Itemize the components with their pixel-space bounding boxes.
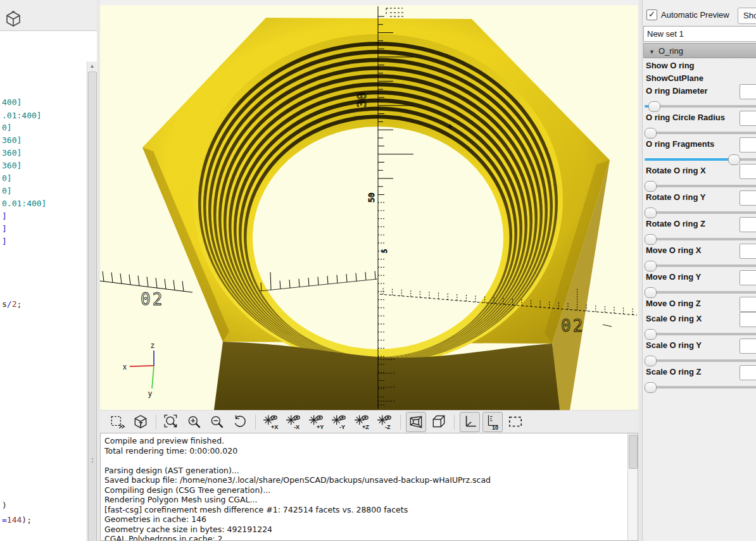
param-label: Scale O ring Y xyxy=(646,340,702,350)
code-line: 0.01:400] xyxy=(2,197,46,209)
cube-icon[interactable] xyxy=(5,10,22,30)
view-left-icon[interactable]: -X xyxy=(284,412,304,432)
code-line: ] xyxy=(2,223,7,235)
svg-text:-X: -X xyxy=(294,424,300,430)
console-output: Compile and preview finished. Total rend… xyxy=(104,436,626,541)
editor-splitter[interactable] xyxy=(97,0,100,541)
param-slider[interactable] xyxy=(645,180,756,191)
code-line: .01:400] xyxy=(2,109,42,121)
param-value-input[interactable] xyxy=(740,312,756,327)
param-label: Rotate O ring Y xyxy=(646,192,705,202)
param-label: Scale O ring Z xyxy=(646,367,701,376)
view-right-icon[interactable]: +X xyxy=(261,412,281,432)
view-front-icon[interactable]: -Y xyxy=(329,412,350,432)
view-back-icon[interactable]: +Y xyxy=(306,412,327,432)
viewport-toolbar: +X -X +Y -Y +Z -Z10 xyxy=(100,410,638,433)
code-line: 360] xyxy=(2,159,22,171)
param-value-input[interactable] xyxy=(740,297,756,312)
param-label: Show O ring xyxy=(646,61,695,70)
editor-scrollbar[interactable]: ▲ xyxy=(87,61,97,541)
orthogonal-icon[interactable] xyxy=(429,412,449,432)
code-line: 360] xyxy=(2,134,22,146)
param-slider[interactable] xyxy=(645,355,756,366)
zoom-out-icon[interactable] xyxy=(207,412,227,432)
slider-handle[interactable] xyxy=(645,181,657,192)
slider-handle[interactable] xyxy=(645,261,657,271)
param-value-input[interactable] xyxy=(740,84,756,99)
editor-toolbar xyxy=(0,0,97,30)
editor-panel: 400].01:400]0]360]360]360]0]0]0.01:400]]… xyxy=(0,0,98,541)
svg-text:02: 02 xyxy=(141,290,164,309)
editor-scroll-thumb[interactable] xyxy=(88,72,97,541)
param-label: Move O ring Y xyxy=(646,272,701,282)
svg-text:+Y: +Y xyxy=(317,424,324,430)
code-line: s/2; xyxy=(2,298,22,310)
zoom-in-icon[interactable] xyxy=(184,412,205,432)
param-slider[interactable] xyxy=(645,287,756,297)
console-scroll-thumb[interactable] xyxy=(629,435,638,469)
toolbar-separator xyxy=(454,414,455,430)
svg-text:-Y: -Y xyxy=(339,424,345,430)
code-line: 360] xyxy=(2,147,22,159)
code-line: 0] xyxy=(2,185,12,197)
code-line: 0] xyxy=(2,172,12,184)
param-slider[interactable] xyxy=(645,233,756,244)
param-label: Move O ring X xyxy=(646,246,701,255)
svg-text:z: z xyxy=(151,341,154,350)
3d-viewport[interactable]: 02 02 30 50 5 x z y xyxy=(100,5,638,410)
svg-text:+Z: +Z xyxy=(362,424,369,430)
slider-handle[interactable] xyxy=(645,128,657,139)
param-label: Rotate O ring X xyxy=(646,166,706,175)
param-value-input[interactable] xyxy=(740,164,756,179)
param-slider[interactable] xyxy=(645,382,756,392)
param-value-input[interactable] xyxy=(740,365,756,380)
slider-handle[interactable] xyxy=(645,287,657,298)
param-slider[interactable] xyxy=(645,127,756,138)
toolbar-separator xyxy=(255,414,256,430)
slider-handle[interactable] xyxy=(645,329,657,340)
slider-handle[interactable] xyxy=(645,382,657,393)
customizer-panel: ✓ Automatic Preview Sho New set 1 ▼O_rin… xyxy=(642,0,756,541)
show-crosshairs-icon[interactable] xyxy=(505,412,526,432)
param-slider[interactable] xyxy=(645,207,756,218)
param-value-input[interactable] xyxy=(740,270,756,285)
code-line: ) xyxy=(2,499,7,511)
toolbar-separator xyxy=(400,414,401,430)
preview-icon[interactable] xyxy=(108,412,128,432)
svg-text:x: x xyxy=(123,363,127,371)
param-value-input[interactable] xyxy=(740,244,756,259)
console-scrollbar[interactable] xyxy=(627,433,638,540)
toolbar-separator xyxy=(156,414,156,430)
svg-text:10: 10 xyxy=(492,424,498,430)
show-scale-markers-icon[interactable]: 10 xyxy=(482,412,503,432)
slider-handle[interactable] xyxy=(645,208,657,218)
view-bottom-icon[interactable]: -Z xyxy=(375,412,395,432)
param-slider[interactable] xyxy=(645,101,756,111)
param-slider[interactable] xyxy=(645,260,756,271)
view-all-icon[interactable] xyxy=(161,412,182,432)
render-icon[interactable] xyxy=(130,412,151,432)
reset-view-icon[interactable] xyxy=(230,412,250,432)
scroll-up-icon[interactable]: ▲ xyxy=(88,62,96,71)
view-top-icon[interactable]: +Z xyxy=(352,412,372,432)
param-value-input[interactable] xyxy=(740,339,756,354)
param-value-input[interactable] xyxy=(740,137,756,152)
param-slider[interactable] xyxy=(645,154,756,165)
show-axes-icon[interactable] xyxy=(460,412,480,432)
param-label: Move O ring Z xyxy=(646,299,701,308)
svg-text:y: y xyxy=(148,389,152,398)
slider-handle[interactable] xyxy=(648,101,660,112)
console[interactable]: Compile and preview finished. Total rend… xyxy=(100,433,638,541)
param-value-input[interactable] xyxy=(740,111,756,126)
param-label: O ring Circle Radius xyxy=(646,113,725,122)
slider-handle[interactable] xyxy=(645,234,657,245)
code-editor[interactable]: 400].01:400]0]360]360]360]0]0]0.01:400]]… xyxy=(0,30,97,541)
perspective-icon[interactable] xyxy=(406,412,426,432)
param-value-input[interactable] xyxy=(740,190,756,206)
slider-handle[interactable] xyxy=(728,154,740,165)
param-value-input[interactable] xyxy=(740,217,756,232)
param-slider[interactable] xyxy=(645,328,756,339)
slider-handle[interactable] xyxy=(645,356,657,366)
svg-text:5: 5 xyxy=(381,249,389,253)
code-line: 0] xyxy=(2,121,12,134)
